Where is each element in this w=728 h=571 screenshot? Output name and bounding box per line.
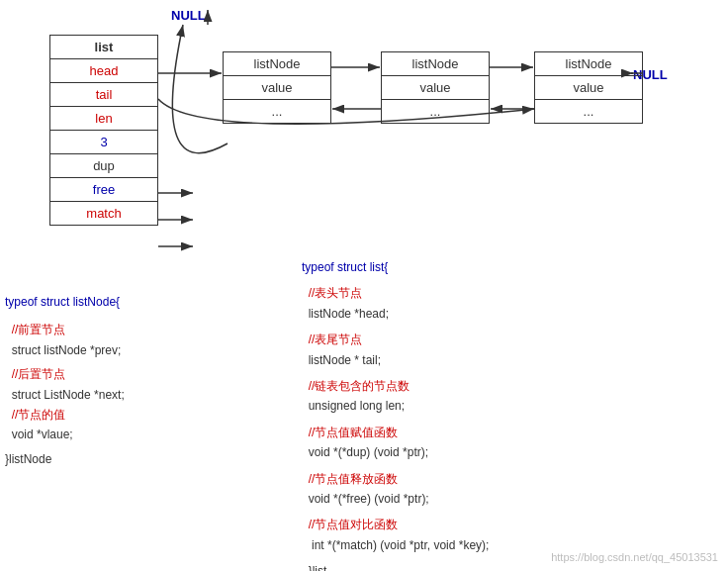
code-free-fn: void *(*free) (void *ptr); [302, 489, 489, 509]
ln3-value: value [535, 76, 642, 100]
comment-dup-fn: //节点值赋值函数 [302, 423, 489, 442]
row-match: match [50, 202, 157, 225]
watermark: https://blog.csdn.net/qq_45013531 [551, 551, 718, 563]
ln1-value: value [224, 76, 330, 100]
code-listnode: typeof struct listNode{ //前置节点 struct li… [5, 292, 125, 469]
comment-value: //节点的值 [5, 405, 125, 425]
code-match-fn: int *(*match) (void *ptr, void *key); [302, 535, 489, 555]
listnode-box-2: listNode value ... [381, 51, 490, 124]
code-listnode-close: }listNode [5, 449, 125, 469]
struct-list-box: list head tail len 3 dup free match [49, 35, 158, 226]
code-head: listNode *head; [302, 304, 489, 324]
row-free: free [50, 178, 157, 202]
code-next: struct ListNode *next; [5, 385, 125, 405]
comment-len: //链表包含的节点数 [302, 376, 489, 396]
code-list-close: }list [302, 561, 489, 571]
listnode-box-3: listNode value ... [534, 51, 643, 124]
code-listnode-title: typeof struct listNode{ [5, 292, 125, 312]
row-dup: dup [50, 154, 157, 178]
ln2-title: listNode [382, 52, 489, 76]
null-top-label: NULL [171, 8, 206, 23]
comment-match-fn: //节点值对比函数 [302, 515, 489, 534]
code-prev: struct listNode *prev; [5, 340, 125, 360]
row-head: head [50, 59, 157, 83]
row-list: list [50, 36, 157, 59]
comment-prev: //前置节点 [5, 320, 125, 339]
code-list: typeof struct list{ //表头节点 listNode *hea… [302, 257, 489, 571]
diagram-container: NULL NULL list head tail len 3 dup free … [0, 0, 728, 571]
code-tail: listNode * tail; [302, 350, 489, 370]
listnode-box-1: listNode value ... [223, 51, 331, 124]
code-value: void *vlaue; [5, 425, 125, 444]
ln3-dots: ... [535, 100, 642, 123]
ln2-dots: ... [382, 100, 489, 123]
code-list-title: typeof struct list{ [302, 257, 489, 277]
comment-tail: //表尾节点 [302, 330, 489, 349]
ln2-value: value [382, 76, 489, 100]
ln1-dots: ... [224, 100, 330, 123]
ln1-title: listNode [224, 52, 330, 76]
comment-free-fn: //节点值释放函数 [302, 469, 489, 489]
code-dup-fn: void *(*dup) (void *ptr); [302, 442, 489, 462]
code-len: unsigned long len; [302, 396, 489, 416]
comment-head: //表头节点 [302, 283, 489, 303]
row-tail: tail [50, 83, 157, 107]
ln3-title: listNode [535, 52, 642, 76]
comment-next: //后置节点 [5, 364, 125, 384]
row-len: len [50, 107, 157, 131]
row-3: 3 [50, 131, 157, 154]
